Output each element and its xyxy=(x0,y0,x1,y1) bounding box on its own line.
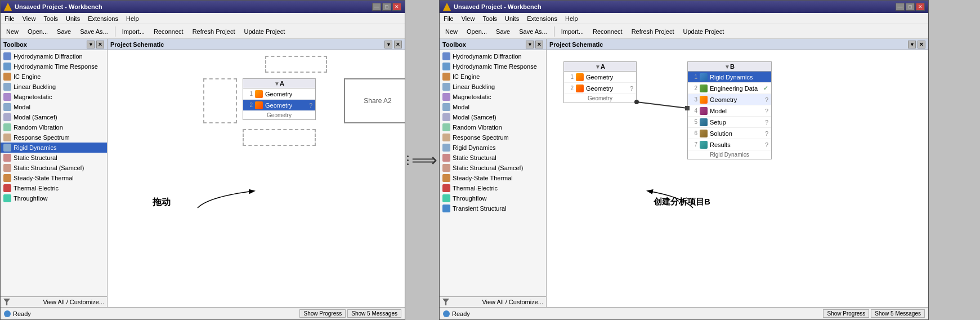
menu-extensions[interactable]: Extensions xyxy=(86,15,120,23)
right-menu-tools[interactable]: Tools xyxy=(481,15,499,23)
right-toolbox-lb[interactable]: Linear Buckling xyxy=(440,82,546,92)
right-block-b-row-3[interactable]: 3 Geometry ? xyxy=(688,94,771,105)
toolbox-item-ms[interactable]: Modal (Samcef) xyxy=(1,112,107,122)
right-block-b-row-6[interactable]: 6 Solution ? xyxy=(688,128,771,139)
right-toolbox-hd[interactable]: Hydrodynamic Diffraction xyxy=(440,51,546,61)
toolbox-item-rd[interactable]: Rigid Dynamics xyxy=(1,143,107,153)
toolbox-item-rv[interactable]: Random Vibration xyxy=(1,122,107,132)
right-block-b-row-1[interactable]: 1 Rigid Dynamics xyxy=(688,72,771,83)
right-refresh-button[interactable]: Refresh Project xyxy=(628,26,678,37)
toolbox-item-hd[interactable]: Hydrodynamic Diffraction xyxy=(1,51,107,61)
right-filter-icon[interactable] xyxy=(442,299,449,305)
right-toolbox-ss[interactable]: Static Structural xyxy=(440,153,546,163)
right-toolbox-htr[interactable]: Hydrodynamic Time Response xyxy=(440,61,546,72)
right-toolbox-ts[interactable]: Transient Structural xyxy=(440,203,546,214)
schematic-pin[interactable]: ▾ xyxy=(384,41,392,48)
menu-view[interactable]: View xyxy=(21,15,38,23)
toolbox-pin[interactable]: ▾ xyxy=(87,41,95,48)
maximize-button[interactable]: □ xyxy=(382,3,391,11)
right-schematic-pin[interactable]: ▾ xyxy=(908,41,916,48)
save-button[interactable]: Save xyxy=(53,26,74,37)
right-close-button[interactable]: ✕ xyxy=(916,3,925,11)
right-menu-file[interactable]: File xyxy=(442,15,455,23)
right-toolbox-ice[interactable]: IC Engine xyxy=(440,72,546,82)
left-toolbox-header: Toolbox ▾ ✕ xyxy=(1,39,107,50)
right-menu-units[interactable]: Units xyxy=(503,15,521,23)
right-show-messages-btn[interactable]: Show 5 Messages xyxy=(871,309,925,318)
right-block-b-row-7[interactable]: 7 Results ? xyxy=(688,139,771,150)
toolbox-item-rs[interactable]: Response Spectrum xyxy=(1,132,107,143)
new-button[interactable]: New xyxy=(3,26,22,37)
open-button[interactable]: Open... xyxy=(24,26,51,37)
toolbox-item-modal[interactable]: Modal xyxy=(1,102,107,112)
right-toolbox-sst[interactable]: Steady-State Thermal xyxy=(440,173,546,183)
right-block-a-row-2[interactable]: 2 Geometry ? xyxy=(564,83,636,94)
right-reconnect-button[interactable]: Reconnect xyxy=(589,26,626,37)
right-ts-label: Transient Structural xyxy=(453,205,507,212)
save-as-button[interactable]: Save As... xyxy=(77,26,111,37)
right-menu-help[interactable]: Help xyxy=(563,15,580,23)
toolbox-item-sss[interactable]: Static Structural (Samcef) xyxy=(1,163,107,173)
right-toolbox-close[interactable]: ✕ xyxy=(535,41,543,48)
filter-icon[interactable] xyxy=(3,299,10,305)
right-menu-view[interactable]: View xyxy=(460,15,477,23)
right-toolbox-tf[interactable]: Throughflow xyxy=(440,193,546,203)
right-new-button[interactable]: New xyxy=(442,26,461,37)
menu-units[interactable]: Units xyxy=(64,15,82,23)
block-a-row-2[interactable]: 2 Geometry ? xyxy=(243,100,315,111)
right-toolbox-te[interactable]: Thermal-Electric xyxy=(440,183,546,193)
block-a-row-1[interactable]: 1 Geometry xyxy=(243,88,315,100)
right-show-progress-btn[interactable]: Show Progress xyxy=(823,309,869,318)
right-toolbox-pin[interactable]: ▾ xyxy=(526,41,534,48)
right-maximize-button[interactable]: □ xyxy=(906,3,915,11)
right-toolbox-rv[interactable]: Random Vibration xyxy=(440,122,546,132)
htr-label: Hydrodynamic Time Response xyxy=(14,63,98,70)
right-toolbox-sss[interactable]: Static Structural (Samcef) xyxy=(440,163,546,173)
refresh-button[interactable]: Refresh Project xyxy=(189,26,239,37)
right-b-engdata-icon xyxy=(700,85,708,92)
minimize-button[interactable]: — xyxy=(372,3,381,11)
right-toolbox-footer-text[interactable]: View All / Customize... xyxy=(482,299,543,305)
show-messages-btn[interactable]: Show 5 Messages xyxy=(347,309,401,318)
right-menu-extensions[interactable]: Extensions xyxy=(525,15,559,23)
toolbox-item-te[interactable]: Thermal-Electric xyxy=(1,183,107,193)
right-minimize-button[interactable]: — xyxy=(896,3,905,11)
toolbox-item-lb[interactable]: Linear Buckling xyxy=(1,82,107,92)
update-button[interactable]: Update Project xyxy=(240,26,288,37)
toolbox-footer-text[interactable]: View All / Customize... xyxy=(43,299,104,305)
close-button[interactable]: ✕ xyxy=(392,3,401,11)
right-block-b-row-4[interactable]: 4 Model ? xyxy=(688,105,771,117)
reconnect-button[interactable]: Reconnect xyxy=(150,26,187,37)
right-schematic-close[interactable]: ✕ xyxy=(918,41,925,48)
right-b-row6-status: ? xyxy=(765,130,768,137)
right-import-button[interactable]: Import... xyxy=(558,26,587,37)
right-toolbox-rd[interactable]: Rigid Dynamics xyxy=(440,143,546,153)
schematic-close[interactable]: ✕ xyxy=(394,41,402,48)
right-save-button[interactable]: Save xyxy=(493,26,513,37)
toolbox-close[interactable]: ✕ xyxy=(96,41,104,48)
toolbox-item-ss[interactable]: Static Structural xyxy=(1,153,107,163)
toolbox-item-htr[interactable]: Hydrodynamic Time Response xyxy=(1,61,107,72)
right-ms-label: Modal (Samcef) xyxy=(453,114,496,121)
right-block-b-row-2[interactable]: 2 Engineering Data ✓ xyxy=(688,83,771,94)
right-block-b-row-5[interactable]: 5 Setup ? xyxy=(688,117,771,128)
toolbox-item-mag[interactable]: Magnetostatic xyxy=(1,92,107,102)
right-open-button[interactable]: Open... xyxy=(463,26,490,37)
toolbox-item-tf[interactable]: Throughflow xyxy=(1,193,107,203)
right-toolbox-mag[interactable]: Magnetostatic xyxy=(440,92,546,102)
right-toolbox-modal[interactable]: Modal xyxy=(440,102,546,112)
right-update-button[interactable]: Update Project xyxy=(679,26,727,37)
toolbox-item-sst[interactable]: Steady-State Thermal xyxy=(1,173,107,183)
right-toolbox-rs[interactable]: Response Spectrum xyxy=(440,132,546,143)
right-toolbox-ms[interactable]: Modal (Samcef) xyxy=(440,112,546,122)
geometry-icon-2 xyxy=(255,101,263,109)
menu-tools[interactable]: Tools xyxy=(42,15,60,23)
show-progress-btn[interactable]: Show Progress xyxy=(299,309,346,318)
right-save-as-button[interactable]: Save As... xyxy=(516,26,551,37)
toolbox-item-ice[interactable]: IC Engine xyxy=(1,72,107,82)
right-block-a-row-1[interactable]: 1 Geometry xyxy=(564,72,636,83)
mag-label: Magnetostatic xyxy=(14,94,52,100)
menu-help[interactable]: Help xyxy=(124,15,141,23)
menu-file[interactable]: File xyxy=(3,15,16,23)
import-button[interactable]: Import... xyxy=(119,26,148,37)
